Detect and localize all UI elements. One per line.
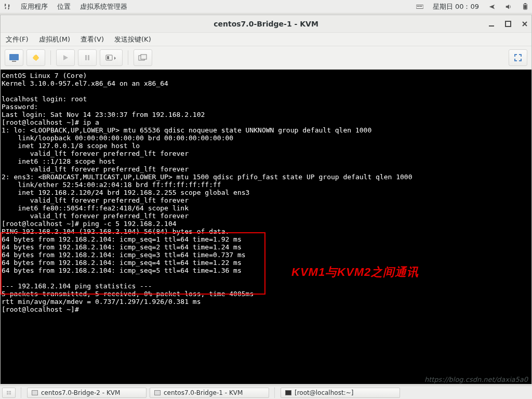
menu-bar: 文件(F) 虚拟机(M) 查看(V) 发送按键(K): [1, 33, 531, 46]
pause-button[interactable]: [78, 49, 97, 66]
taskbar-separator: [21, 388, 22, 398]
window-icon: [32, 390, 38, 395]
svg-rect-2: [418, 6, 419, 7]
svg-rect-8: [489, 25, 494, 26]
window-title: centos7.0-Bridge-1 - KVM: [214, 20, 318, 28]
task-vm1[interactable]: centos7.0-Bridge-1 - KVM: [150, 388, 269, 398]
svg-rect-4: [421, 6, 422, 7]
vmm-menu[interactable]: 虚拟系统管理器: [80, 2, 127, 11]
svg-point-12: [33, 55, 38, 60]
svg-rect-14: [88, 55, 89, 60]
watermark: https://blog.csdn.net/daxia5a0: [424, 376, 528, 383]
fullscreen-button[interactable]: [509, 49, 527, 66]
shutdown-button[interactable]: [100, 49, 123, 66]
sendkey-menu[interactable]: 发送按键(K): [114, 35, 151, 44]
task-label: centos7.0-Bridge-2 - KVM: [41, 389, 120, 396]
svg-rect-18: [141, 55, 147, 59]
svg-rect-16: [107, 56, 109, 59]
svg-rect-10: [9, 54, 19, 60]
places-menu[interactable]: 位置: [57, 2, 71, 11]
task-label: [root@localhost:~]: [295, 389, 353, 396]
file-menu[interactable]: 文件(F): [6, 35, 29, 44]
svg-rect-1: [417, 6, 418, 7]
toolbar-separator: [128, 50, 128, 65]
os-bottom-taskbar: centos7.0-Bridge-2 - KVM centos7.0-Bridg…: [0, 385, 532, 399]
terminal-icon: [285, 390, 291, 395]
svg-rect-9: [506, 21, 511, 26]
vm-menu[interactable]: 虚拟机(M): [39, 35, 70, 44]
svg-rect-13: [85, 55, 87, 60]
svg-rect-19: [7, 391, 8, 392]
vm-viewer-window: centos7.0-Bridge-1 - KVM 文件(F) 虚拟机(M) 查看…: [0, 15, 532, 384]
run-button[interactable]: [56, 49, 75, 66]
keyboard-layout-icon[interactable]: [416, 3, 423, 10]
task-terminal[interactable]: [root@localhost:~]: [281, 388, 400, 398]
close-button[interactable]: [521, 20, 528, 28]
svg-rect-7: [524, 5, 526, 9]
guest-terminal[interactable]: CentOS Linux 7 (Core) Kernel 3.10.0-957.…: [1, 70, 531, 384]
taskbar-separator: [274, 388, 275, 398]
svg-rect-6: [524, 3, 526, 4]
airplane-mode-icon[interactable]: [488, 3, 496, 10]
console-button[interactable]: [5, 49, 23, 66]
maximize-button[interactable]: [504, 20, 512, 28]
toolbar-separator: [50, 50, 51, 65]
window-titlebar[interactable]: centos7.0-Bridge-1 - KVM: [1, 15, 531, 33]
svg-rect-21: [7, 393, 8, 394]
clock[interactable]: 星期日 00：09: [433, 2, 479, 11]
view-menu[interactable]: 查看(V): [81, 35, 104, 44]
task-label: centos7.0-Bridge-1 - KVM: [164, 389, 243, 396]
tool-bar: [1, 46, 531, 70]
details-button[interactable]: [26, 49, 45, 66]
snapshots-button[interactable]: [134, 49, 152, 66]
minimize-button[interactable]: [488, 20, 495, 28]
footprint-icon[interactable]: [3, 3, 11, 11]
svg-rect-11: [12, 61, 16, 62]
volume-icon[interactable]: [505, 3, 512, 10]
task-vm2[interactable]: centos7.0-Bridge-2 - KVM: [27, 388, 147, 398]
window-icon: [154, 390, 161, 395]
svg-rect-22: [9, 393, 11, 394]
svg-rect-20: [9, 391, 11, 392]
show-desktop-button[interactable]: [2, 388, 16, 398]
svg-rect-3: [420, 6, 421, 7]
battery-icon[interactable]: [522, 3, 529, 10]
os-top-panel: 应用程序 位置 虚拟系统管理器 星期日 00：09: [0, 0, 532, 14]
applications-menu[interactable]: 应用程序: [21, 2, 48, 11]
annotation-text: KVM1与KVM2之间通讯: [291, 264, 419, 280]
